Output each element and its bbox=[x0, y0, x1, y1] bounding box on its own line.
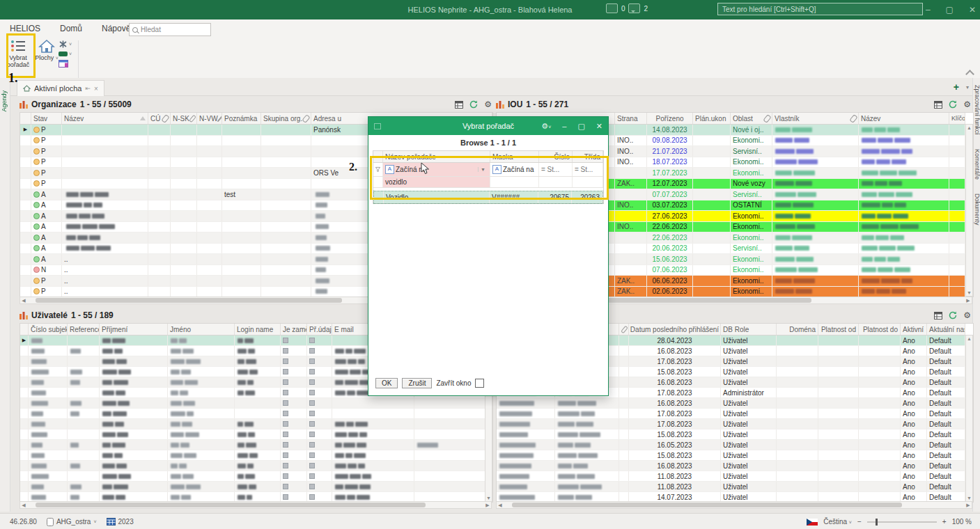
database-selector[interactable]: AHG_ostra ˅ bbox=[47, 518, 97, 526]
gear-icon[interactable]: ⚙ bbox=[963, 100, 971, 109]
zoom-slider-handle[interactable] bbox=[876, 519, 878, 526]
column-header[interactable]: Platnost od bbox=[818, 324, 859, 335]
notifications-icon[interactable] bbox=[606, 3, 618, 13]
dock-tab-agendy[interactable]: Agendy bbox=[1, 90, 8, 112]
column-header[interactable]: Příjmení bbox=[100, 324, 168, 335]
zoom-in-button[interactable]: + bbox=[942, 518, 947, 526]
column-header[interactable]: Oblast bbox=[731, 113, 772, 124]
zoom-slider[interactable] bbox=[867, 521, 937, 523]
table-settings-icon[interactable] bbox=[934, 312, 942, 319]
new-tab-icon[interactable]: + bbox=[954, 81, 959, 93]
column-header[interactable]: Reference bbox=[68, 324, 100, 335]
column-header[interactable]: Číslo subjek bbox=[29, 324, 68, 335]
tab-list-icon[interactable]: ▾ bbox=[966, 84, 969, 90]
dialog-minimize-button[interactable]: – bbox=[562, 122, 566, 130]
table-row[interactable]: 15.08.2023 Uživatel Ano Default bbox=[497, 450, 965, 461]
dialog-gear-icon[interactable]: ⚙˅ bbox=[541, 122, 551, 131]
table-row[interactable] bbox=[20, 419, 492, 429]
gear-icon[interactable]: ⚙ bbox=[963, 311, 971, 319]
filter-cislo-condition[interactable]: = St... bbox=[539, 163, 573, 176]
language-selector[interactable]: Čeština ˅ bbox=[823, 518, 852, 526]
column-header[interactable]: CÚ bbox=[148, 113, 171, 124]
table-row[interactable] bbox=[20, 409, 492, 419]
column-header[interactable]: Název bbox=[859, 113, 949, 124]
column-header[interactable]: Jméno bbox=[168, 324, 235, 335]
cancel-button[interactable]: Zrušit bbox=[402, 378, 432, 388]
column-header[interactable]: Třída bbox=[573, 151, 603, 162]
refresh-icon[interactable] bbox=[469, 100, 478, 109]
dialog-titlebar[interactable]: Vybrat pořadač ⚙˅ – ▢ ✕ bbox=[368, 117, 608, 135]
gear-icon[interactable]: ⚙ bbox=[484, 100, 492, 109]
table-settings-icon[interactable] bbox=[455, 101, 463, 109]
table-row[interactable]: 11.08.2023 Uživatel Ano Default bbox=[497, 482, 965, 492]
dialog-maximize-button[interactable]: ▢ bbox=[577, 122, 584, 131]
collapse-ribbon-icon[interactable] bbox=[965, 70, 974, 79]
close-button[interactable]: ✕ bbox=[969, 5, 976, 15]
minimize-button[interactable]: – bbox=[926, 5, 931, 15]
close-tab-icon[interactable]: × bbox=[94, 85, 98, 93]
column-header[interactable]: Poznámka bbox=[222, 113, 261, 124]
ribbon-search-input[interactable]: Hledat bbox=[129, 23, 211, 36]
window-settings-button[interactable] bbox=[59, 60, 72, 68]
table-row[interactable]: 11.08.2023 Uživatel Ano Default bbox=[497, 471, 965, 482]
tab-aktivni-plocha[interactable]: Aktivní plocha ⇤ × bbox=[17, 80, 104, 96]
column-header[interactable]: Název bbox=[62, 113, 148, 124]
column-header[interactable]: Login name bbox=[235, 324, 281, 335]
year-selector[interactable]: 2023 bbox=[107, 518, 134, 526]
table-row[interactable]: 17.08.2023 Uživatel Ano Default bbox=[497, 409, 965, 419]
refresh-icon[interactable] bbox=[949, 311, 957, 319]
result-row-vozidlo[interactable]: Vozidlo V###### 20675 20263 bbox=[374, 191, 602, 203]
dock-tab[interactable]: Zpracování funkcí bbox=[974, 78, 980, 142]
filter-maska-condition[interactable]: A Začíná na bbox=[490, 163, 539, 176]
dock-tab[interactable]: Dokumenty bbox=[974, 187, 980, 232]
table-row[interactable] bbox=[20, 398, 492, 409]
filter-nazev-condition[interactable]: A Začíná na ▼ bbox=[383, 163, 490, 176]
column-header[interactable]: Doména bbox=[777, 324, 818, 335]
column-header[interactable]: Datum posledního přihlášení bbox=[629, 324, 721, 335]
column-header[interactable]: Název pořadače bbox=[383, 151, 490, 162]
column-header[interactable]: Klíčová slova bbox=[949, 113, 965, 124]
table-row[interactable]: 16.08.2023 Uživatel Ano Default bbox=[497, 461, 965, 471]
dock-tab[interactable]: Komentáře bbox=[974, 142, 980, 187]
dialog-close-button[interactable]: ✕ bbox=[596, 122, 602, 131]
pin-tab-icon[interactable]: ⇤ bbox=[85, 85, 91, 92]
table-row[interactable] bbox=[20, 482, 492, 492]
column-header[interactable]: Maska bbox=[490, 151, 539, 162]
refresh-icon[interactable] bbox=[949, 100, 957, 109]
filter-trida-condition[interactable]: = St... bbox=[573, 163, 603, 176]
column-header[interactable]: N-SK bbox=[171, 113, 197, 124]
column-header[interactable] bbox=[373, 151, 383, 162]
column-header[interactable]: Číslo bbox=[539, 151, 573, 162]
plochy-button[interactable]: Plochy ˅ bbox=[33, 39, 60, 62]
ok-button[interactable]: OK bbox=[375, 378, 398, 388]
column-header[interactable]: Vlastník bbox=[772, 113, 859, 124]
table-row[interactable]: 16.05.2023 Uživatel Ano Default bbox=[497, 440, 965, 450]
table-row[interactable] bbox=[20, 440, 492, 450]
column-header[interactable]: Je zamě bbox=[281, 324, 307, 335]
messages-icon[interactable] bbox=[628, 3, 640, 13]
column-header[interactable]: Skupina org. bbox=[261, 113, 311, 124]
maximize-button[interactable]: ▢ bbox=[946, 5, 954, 15]
column-header[interactable]: Př.údaj bbox=[307, 324, 332, 335]
column-header[interactable] bbox=[20, 113, 31, 124]
column-header[interactable] bbox=[20, 324, 29, 335]
column-header[interactable]: Aktuální nastá bbox=[927, 324, 965, 335]
zoom-out-button[interactable]: − bbox=[857, 518, 862, 526]
filter-value-input[interactable]: vozidlo bbox=[383, 177, 490, 187]
global-search-input[interactable]: Text pro hledání [Ctrl+Shift+Q] bbox=[717, 3, 923, 15]
iou-vscrollbar[interactable]: ▲▼ bbox=[965, 124, 973, 297]
ribbon-menu-item[interactable]: HELIOS bbox=[0, 19, 50, 38]
column-header[interactable]: Plán.ukon bbox=[693, 113, 731, 124]
column-header[interactable]: Aktivní bbox=[901, 324, 927, 335]
table-row[interactable]: 15.08.2023 Uživatel Ano Default bbox=[497, 429, 965, 440]
color-bar-button[interactable]: ˅ bbox=[59, 52, 72, 56]
table-settings-icon[interactable] bbox=[934, 101, 942, 109]
column-header[interactable]: Pořízeno bbox=[647, 113, 693, 124]
column-header[interactable]: N-VW bbox=[197, 113, 222, 124]
close-window-checkbox[interactable] bbox=[475, 379, 484, 388]
format-button[interactable]: ˅ bbox=[59, 40, 72, 48]
vybrat-poradac-button[interactable]: Vybrat pořadač bbox=[5, 39, 31, 68]
chevron-down-icon[interactable]: ▼ bbox=[478, 167, 488, 172]
column-header[interactable] bbox=[619, 324, 629, 335]
column-header[interactable]: Stav bbox=[31, 113, 62, 124]
